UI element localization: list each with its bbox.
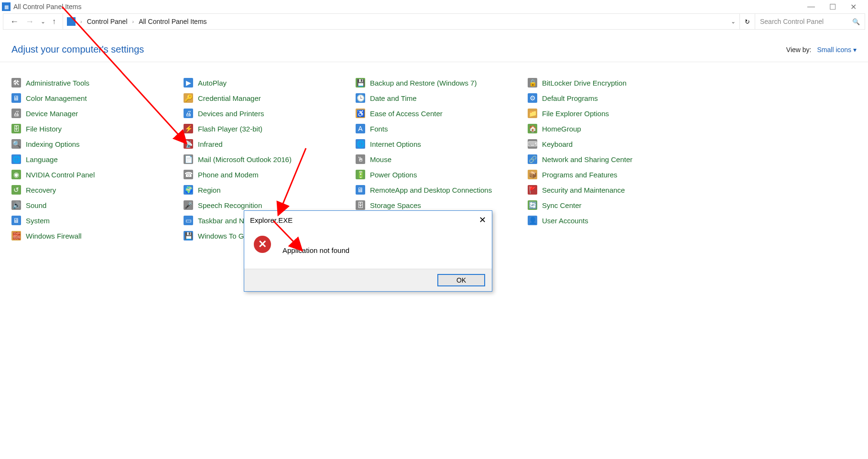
cp-item-color-management[interactable]: 🖥Color Management — [11, 92, 184, 104]
power-icon: 🔋 — [356, 170, 365, 179]
control-panel-icon — [67, 17, 76, 26]
cp-item-file-explorer-options[interactable]: 📁File Explorer Options — [528, 107, 700, 120]
dialog-close-button[interactable]: ✕ — [479, 215, 486, 225]
cp-item-administrative-tools[interactable]: 🛠Administrative Tools — [11, 76, 184, 89]
cp-item-network-and-sharing-center[interactable]: 🔗Network and Sharing Center — [528, 153, 700, 165]
minimize-button[interactable]: — — [807, 2, 815, 11]
cp-item-infrared[interactable]: 📡Infrared — [184, 138, 356, 150]
cp-item-label: RemoteApp and Desktop Connections — [370, 186, 492, 194]
cp-item-label: Keyboard — [542, 140, 573, 148]
ok-button[interactable]: OK — [437, 274, 485, 286]
mouse-icon: 🖱 — [356, 154, 365, 164]
error-icon: ✕ — [254, 236, 271, 253]
cp-item-sync-center[interactable]: 🔄Sync Center — [528, 199, 700, 211]
cp-item-date-and-time[interactable]: 🕒Date and Time — [356, 92, 528, 104]
breadcrumb-current[interactable]: All Control Panel Items — [139, 18, 206, 25]
cp-item-label: Default Programs — [542, 94, 598, 102]
cp-item-recovery[interactable]: ↺Recovery — [11, 184, 184, 196]
cp-item-devices-and-printers[interactable]: 🖨Devices and Printers — [184, 107, 356, 120]
address-bar[interactable]: › Control Panel › All Control Panel Item… — [63, 14, 739, 29]
flash-icon: ⚡ — [184, 124, 193, 133]
cp-item-label: Color Management — [26, 94, 87, 102]
cp-item-region[interactable]: 🌍Region — [184, 184, 356, 196]
cp-item-storage-spaces[interactable]: 🗄Storage Spaces — [356, 199, 528, 211]
cp-item-backup-and-restore-windows-7[interactable]: 💾Backup and Restore (Windows 7) — [356, 76, 528, 89]
up-button[interactable]: ↑ — [52, 17, 56, 26]
recent-locations-dropdown[interactable]: ⌄ — [41, 18, 45, 25]
system-icon: 🖥 — [11, 216, 21, 225]
cp-item-keyboard[interactable]: ⌨Keyboard — [528, 138, 700, 150]
cp-item-indexing-options[interactable]: 🔍Indexing Options — [11, 138, 184, 150]
cp-item-phone-and-modem[interactable]: ☎Phone and Modem — [184, 168, 356, 181]
cp-item-flash-player-32-bit[interactable]: ⚡Flash Player (32-bit) — [184, 122, 356, 135]
maximize-button[interactable]: ☐ — [829, 2, 836, 11]
cp-item-system[interactable]: 🖥System — [11, 214, 184, 227]
search-icon[interactable]: 🔍 — [852, 18, 860, 25]
cp-item-label: Language — [26, 155, 58, 164]
view-by: View by: Small icons ▾ — [786, 46, 857, 54]
cp-item-label: Flash Player (32-bit) — [198, 125, 262, 133]
internet-icon: 🌐 — [356, 139, 365, 149]
cp-item-credential-manager[interactable]: 🔑Credential Manager — [184, 92, 356, 104]
cp-item-autoplay[interactable]: ▶AutoPlay — [184, 76, 356, 89]
cp-item-label: Ease of Access Center — [370, 109, 443, 118]
cp-item-label: Speech Recognition — [198, 201, 262, 209]
cp-item-internet-options[interactable]: 🌐Internet Options — [356, 138, 528, 150]
refresh-button[interactable]: ↻ — [739, 14, 755, 29]
search-input[interactable] — [760, 18, 841, 25]
cp-item-windows-firewall[interactable]: 🧱Windows Firewall — [11, 230, 184, 242]
search-box[interactable]: 🔍 — [755, 14, 865, 29]
language-icon: 🌐 — [11, 154, 21, 164]
cp-item-programs-and-features[interactable]: 📦Programs and Features — [528, 168, 700, 181]
cp-item-file-history[interactable]: 🗄File History — [11, 122, 184, 135]
cp-item-label: NVIDIA Control Panel — [26, 171, 95, 179]
cp-item-language[interactable]: 🌐Language — [11, 153, 184, 165]
breadcrumb-root[interactable]: Control Panel — [87, 18, 128, 25]
back-button[interactable]: ← — [10, 17, 19, 27]
cp-item-fonts[interactable]: AFonts — [356, 122, 528, 135]
cp-item-power-options[interactable]: 🔋Power Options — [356, 168, 528, 181]
view-by-dropdown[interactable]: Small icons ▾ — [817, 46, 857, 54]
taskbar-icon: ▭ — [184, 216, 193, 225]
dialog-body: ✕ Application not found — [244, 229, 492, 269]
cp-item-speech-recognition[interactable]: 🎤Speech Recognition — [184, 199, 356, 211]
cp-item-label: Power Options — [370, 171, 417, 179]
cp-item-label: Infrared — [198, 140, 223, 148]
cp-item-homegroup[interactable]: 🏠HomeGroup — [528, 122, 700, 135]
cp-item-device-manager[interactable]: 🖨Device Manager — [11, 107, 184, 120]
cp-item-mouse[interactable]: 🖱Mouse — [356, 153, 528, 165]
cp-item-sound[interactable]: 🔊Sound — [11, 199, 184, 211]
mail-icon: 📄 — [184, 154, 193, 164]
cp-item-mail-microsoft-outlook-2016[interactable]: 📄Mail (Microsoft Outlook 2016) — [184, 153, 356, 165]
cp-item-security-and-maintenance[interactable]: 🚩Security and Maintenance — [528, 184, 700, 196]
cp-item-label: Network and Sharing Center — [542, 155, 632, 164]
cp-item-label: Fonts — [370, 125, 388, 133]
cp-item-default-programs[interactable]: ⚙Default Programs — [528, 92, 700, 104]
cp-item-label: Devices and Printers — [198, 109, 264, 118]
address-dropdown-icon[interactable]: ⌄ — [731, 18, 736, 25]
cp-item-label: AutoPlay — [198, 79, 227, 87]
cp-item-label: Programs and Features — [542, 171, 618, 179]
remoteapp-icon: 🖥 — [356, 185, 365, 195]
window-titlebar: ▦ All Control Panel Items — ☐ ✕ — [0, 0, 868, 13]
view-by-value: Small icons — [817, 46, 852, 54]
backup-icon: 💾 — [356, 78, 365, 87]
dialog-titlebar: Explorer.EXE ✕ — [244, 211, 492, 229]
close-window-button[interactable]: ✕ — [850, 2, 857, 11]
forward-button[interactable]: → — [25, 17, 34, 27]
cp-item-bitlocker-drive-encryption[interactable]: 🔒BitLocker Drive Encryption — [528, 76, 700, 89]
breadcrumb-sep-icon: › — [79, 19, 83, 24]
cp-item-label: System — [26, 217, 50, 225]
cp-item-remoteapp-and-desktop-connections[interactable]: 🖥RemoteApp and Desktop Connections — [356, 184, 528, 196]
dialog-title: Explorer.EXE — [250, 216, 293, 224]
cp-item-ease-of-access-center[interactable]: ♿Ease of Access Center — [356, 107, 528, 120]
cp-item-label: Phone and Modem — [198, 171, 259, 179]
file-icon: 🗄 — [11, 124, 21, 133]
windows-icon: 🧱 — [11, 231, 21, 240]
control-panel-app-icon: ▦ — [2, 2, 11, 11]
devices-icon: 🖨 — [184, 109, 193, 118]
keyboard-icon: ⌨ — [528, 139, 537, 149]
cp-item-nvidia-control-panel[interactable]: ◉NVIDIA Control Panel — [11, 168, 184, 181]
cp-item-user-accounts[interactable]: 👤User Accounts — [528, 214, 700, 227]
cp-item-label: HomeGroup — [542, 125, 581, 133]
